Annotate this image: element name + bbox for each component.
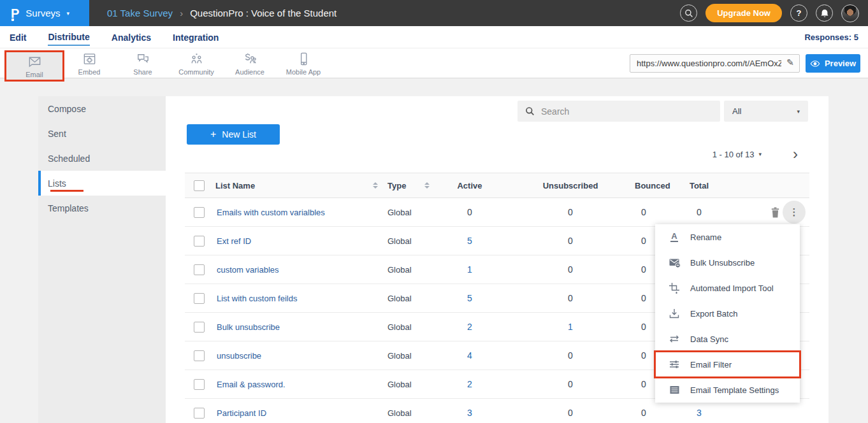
notifications-button[interactable] bbox=[816, 4, 833, 22]
tab-analytics[interactable]: Analytics bbox=[112, 29, 151, 45]
channel-community[interactable]: Community bbox=[170, 48, 223, 78]
rename-icon: A bbox=[668, 232, 681, 242]
next-page-button[interactable]: › bbox=[793, 148, 798, 161]
preview-button[interactable]: Preview bbox=[806, 54, 860, 73]
audience-icon bbox=[243, 52, 257, 66]
row-checkbox[interactable] bbox=[194, 236, 205, 247]
export-batch-icon bbox=[668, 308, 681, 319]
list-type: Global bbox=[381, 208, 421, 217]
menu-item-rename[interactable]: A Rename bbox=[655, 224, 800, 250]
channel-mobile-app[interactable]: Mobile App bbox=[277, 48, 330, 78]
row-actions: ⋮ bbox=[746, 201, 809, 224]
active-count: 4 bbox=[433, 350, 506, 361]
pagination: 1 - 10 of 13 ▾ › bbox=[676, 146, 809, 162]
filter-dropdown[interactable]: All ▾ bbox=[724, 101, 808, 122]
active-count: 5 bbox=[433, 293, 506, 303]
questionpro-logo-icon: P bbox=[11, 7, 19, 20]
list-name-link[interactable]: Emails with custom varialbles bbox=[215, 208, 370, 217]
sort-icon[interactable] bbox=[424, 182, 430, 189]
list-name-link[interactable]: Participant ID bbox=[215, 408, 370, 418]
help-button[interactable]: ? bbox=[790, 4, 807, 22]
list-name-link[interactable]: Email & password. bbox=[215, 380, 370, 389]
list-name-link[interactable]: Ext ref ID bbox=[215, 236, 370, 246]
unsubscribed-count: 0 bbox=[506, 293, 635, 303]
active-count: 2 bbox=[433, 379, 506, 389]
sidebar-item-sent[interactable]: Sent bbox=[38, 121, 166, 146]
row-checkbox[interactable] bbox=[194, 264, 205, 275]
menu-item-data-sync[interactable]: Data Sync bbox=[655, 326, 800, 352]
tab-integration[interactable]: Integration bbox=[173, 29, 219, 45]
upgrade-now-button[interactable]: Upgrade Now bbox=[705, 4, 782, 22]
pagination-dropdown-icon[interactable]: ▾ bbox=[758, 151, 762, 157]
unsubscribed-count: 0 bbox=[506, 236, 635, 246]
surveys-app-menu[interactable]: P Surveys ▾ bbox=[0, 0, 89, 26]
chevron-down-icon: ▾ bbox=[67, 10, 70, 17]
menu-item-email-template-settings[interactable]: Email Template Settings bbox=[655, 377, 800, 403]
breadcrumb-survey-link[interactable]: 01 Take Survey bbox=[107, 8, 173, 18]
table-row: Emails with custom varialbles Global 0 0… bbox=[185, 198, 809, 227]
bounced-count: 0 bbox=[635, 207, 653, 217]
community-icon bbox=[189, 52, 204, 66]
sort-icon[interactable] bbox=[373, 182, 378, 189]
delete-icon[interactable] bbox=[770, 206, 781, 219]
tab-distribute[interactable]: Distribute bbox=[48, 28, 89, 46]
channel-embed[interactable]: Embed bbox=[62, 48, 116, 78]
row-checkbox[interactable] bbox=[194, 207, 205, 218]
edit-url-icon[interactable]: ✎ bbox=[786, 57, 794, 68]
row-checkbox[interactable] bbox=[194, 408, 205, 419]
list-name-link[interactable]: List with custom feilds bbox=[215, 294, 370, 303]
active-count: 5 bbox=[433, 236, 506, 246]
search-button[interactable] bbox=[680, 4, 697, 22]
data-sync-icon bbox=[668, 334, 681, 344]
list-type: Global bbox=[381, 380, 421, 389]
bounced-count: 0 bbox=[635, 293, 653, 303]
active-count: 2 bbox=[433, 322, 506, 332]
list-name-link[interactable]: unsubscribe bbox=[215, 351, 370, 361]
list-name-link[interactable]: Bulk unsubscribe bbox=[215, 322, 370, 332]
menu-item-email-filter[interactable]: Email Filter bbox=[655, 352, 800, 377]
tab-edit[interactable]: Edit bbox=[10, 29, 26, 45]
unsubscribed-count: 0 bbox=[506, 350, 635, 361]
total-count: 3 bbox=[653, 408, 746, 418]
pagination-range: 1 - 10 of 13 bbox=[712, 150, 755, 159]
list-type: Global bbox=[381, 294, 421, 303]
row-checkbox[interactable] bbox=[194, 322, 205, 333]
menu-item-label: Rename bbox=[690, 233, 721, 242]
new-list-label: New List bbox=[222, 129, 256, 140]
list-name-link[interactable]: custom variables bbox=[215, 265, 370, 275]
bounced-count: 0 bbox=[635, 408, 653, 418]
header-total: Total bbox=[653, 181, 746, 190]
channel-email[interactable]: Email bbox=[6, 52, 62, 80]
menu-item-label: Automated Import Tool bbox=[690, 283, 774, 293]
responses-count[interactable]: Responses: 5 bbox=[804, 32, 858, 42]
chevron-down-icon: ▾ bbox=[797, 108, 800, 115]
row-checkbox[interactable] bbox=[194, 293, 205, 304]
channel-items: Embed Share Community Audience Mobile Ap… bbox=[62, 48, 330, 78]
survey-url-input[interactable] bbox=[630, 54, 800, 73]
channel-label: Embed bbox=[78, 68, 101, 76]
row-menu-button[interactable]: ⋮ bbox=[783, 201, 806, 224]
sidebar-item-scheduled[interactable]: Scheduled bbox=[38, 146, 166, 171]
sidebar-item-compose[interactable]: Compose bbox=[38, 96, 166, 121]
sidebar-item-templates[interactable]: Templates bbox=[38, 196, 166, 220]
sidebar-item-lists[interactable]: Lists bbox=[38, 171, 166, 196]
menu-item-label: Bulk Unsubscribe bbox=[690, 258, 755, 268]
row-checkbox[interactable] bbox=[194, 350, 205, 361]
search-icon bbox=[525, 106, 535, 116]
menu-item-export-batch[interactable]: Export Batch bbox=[655, 301, 800, 326]
menu-item-bulk-unsubscribe[interactable]: Bulk Unsubscribe bbox=[655, 250, 800, 275]
dots-vertical-icon: ⋮ bbox=[790, 206, 799, 218]
bell-icon bbox=[820, 8, 829, 18]
row-checkbox[interactable] bbox=[194, 379, 205, 390]
channel-audience[interactable]: Audience bbox=[223, 48, 277, 78]
channel-label: Community bbox=[178, 68, 214, 76]
table-header-row: List Name Type Active Unsubscribed Bounc… bbox=[185, 173, 809, 198]
new-list-button[interactable]: + New List bbox=[187, 124, 280, 145]
user-avatar[interactable] bbox=[841, 4, 859, 22]
channel-share[interactable]: Share bbox=[116, 48, 170, 78]
breadcrumb-survey-title: QuestionPro : Voice of the Student bbox=[190, 8, 336, 18]
menu-item-automated-import-tool[interactable]: Automated Import Tool bbox=[655, 275, 800, 301]
filter-value: All bbox=[732, 106, 741, 116]
search-input[interactable] bbox=[541, 106, 712, 117]
select-all-checkbox[interactable] bbox=[194, 180, 205, 191]
